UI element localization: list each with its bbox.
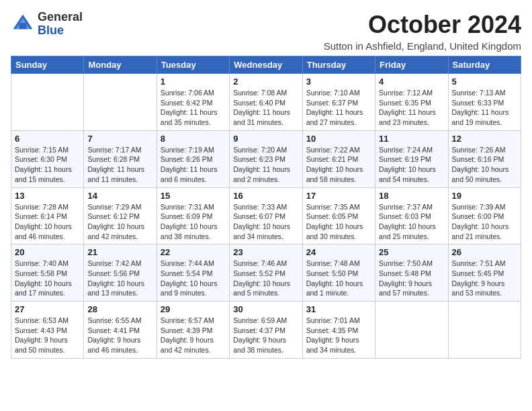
daylight-text: Daylight: 9 hours and 57 minutes. [379,279,432,298]
day-info: Sunrise: 7:44 AM Sunset: 5:54 PM Dayligh… [161,259,226,298]
daylight-text: Daylight: 10 hours and 17 minutes. [15,279,72,298]
sunset-text: Sunset: 6:40 PM [233,99,285,107]
daylight-text: Daylight: 11 hours and 27 minutes. [306,108,363,126]
sunset-text: Sunset: 6:12 PM [87,212,140,220]
sunrise-text: Sunrise: 7:39 AM [452,203,506,211]
calendar-header-row: SundayMondayTuesdayWednesdayThursdayFrid… [11,56,521,74]
sunset-text: Sunset: 6:05 PM [306,212,359,220]
calendar-cell: 21 Sunrise: 7:42 AM Sunset: 5:56 PM Dayl… [84,244,157,302]
sunrise-text: Sunrise: 7:19 AM [161,146,214,154]
sunrise-text: Sunrise: 7:31 AM [161,203,214,211]
day-info: Sunrise: 7:48 AM Sunset: 5:50 PM Dayligh… [306,259,371,298]
sunrise-text: Sunrise: 7:06 AM [161,89,214,97]
sunset-text: Sunset: 5:50 PM [306,269,359,277]
day-info: Sunrise: 7:35 AM Sunset: 6:05 PM Dayligh… [306,202,371,242]
calendar-cell: 20 Sunrise: 7:40 AM Sunset: 5:58 PM Dayl… [11,244,84,302]
calendar-cell: 6 Sunrise: 7:15 AM Sunset: 6:30 PM Dayli… [11,130,84,187]
daylight-text: Daylight: 10 hours and 5 minutes. [233,279,290,298]
sunrise-text: Sunrise: 6:57 AM [161,316,214,324]
daylight-text: Daylight: 10 hours and 1 minute. [306,279,363,298]
day-number: 22 [161,247,226,257]
day-info: Sunrise: 7:08 AM Sunset: 6:40 PM Dayligh… [233,88,298,128]
calendar-cell: 29 Sunrise: 6:57 AM Sunset: 4:39 PM Dayl… [157,302,229,359]
calendar-cell: 2 Sunrise: 7:08 AM Sunset: 6:40 PM Dayli… [230,74,302,131]
day-info: Sunrise: 7:01 AM Sunset: 4:35 PM Dayligh… [306,316,371,355]
day-number: 5 [452,77,517,87]
logo: General Blue [11,11,83,38]
day-number: 2 [233,77,298,87]
sunset-text: Sunset: 5:48 PM [379,269,431,277]
calendar-cell: 9 Sunrise: 7:20 AM Sunset: 6:23 PM Dayli… [230,130,302,187]
sunrise-text: Sunrise: 7:42 AM [87,259,141,267]
day-number: 18 [379,191,444,201]
sunrise-text: Sunrise: 7:35 AM [306,203,360,211]
daylight-text: Daylight: 10 hours and 42 minutes. [87,222,144,240]
calendar-cell: 5 Sunrise: 7:13 AM Sunset: 6:33 PM Dayli… [448,74,521,131]
sunrise-text: Sunrise: 7:10 AM [306,89,360,97]
day-info: Sunrise: 7:24 AM Sunset: 6:19 PM Dayligh… [379,145,444,185]
weekday-header-monday: Monday [84,56,157,74]
calendar-week-2: 6 Sunrise: 7:15 AM Sunset: 6:30 PM Dayli… [11,130,521,187]
day-info: Sunrise: 7:13 AM Sunset: 6:33 PM Dayligh… [452,88,517,128]
day-number: 10 [306,134,371,144]
calendar-cell: 16 Sunrise: 7:33 AM Sunset: 6:07 PM Dayl… [230,187,302,244]
sunrise-text: Sunrise: 7:40 AM [15,259,69,267]
daylight-text: Daylight: 10 hours and 21 minutes. [452,222,509,240]
day-number: 4 [379,77,444,87]
sunset-text: Sunset: 6:30 PM [15,155,67,163]
day-info: Sunrise: 7:10 AM Sunset: 6:37 PM Dayligh… [306,88,371,128]
sunset-text: Sunset: 6:35 PM [379,99,431,107]
day-number: 27 [15,304,80,314]
sunrise-text: Sunrise: 6:53 AM [15,316,69,324]
sunrise-text: Sunrise: 7:28 AM [15,203,69,211]
logo-general-text: General [38,11,83,24]
calendar-cell: 17 Sunrise: 7:35 AM Sunset: 6:05 PM Dayl… [302,187,375,244]
calendar-table: SundayMondayTuesdayWednesdayThursdayFrid… [11,56,521,359]
daylight-text: Daylight: 11 hours and 19 minutes. [452,108,509,126]
day-info: Sunrise: 6:55 AM Sunset: 4:41 PM Dayligh… [87,316,152,355]
sunrise-text: Sunrise: 7:22 AM [306,146,360,154]
day-info: Sunrise: 7:17 AM Sunset: 6:28 PM Dayligh… [87,145,152,185]
logo-text: General Blue [38,11,83,38]
daylight-text: Daylight: 10 hours and 50 minutes. [452,165,509,183]
day-info: Sunrise: 7:12 AM Sunset: 6:35 PM Dayligh… [379,88,444,128]
day-info: Sunrise: 6:59 AM Sunset: 4:37 PM Dayligh… [233,316,298,355]
day-info: Sunrise: 7:20 AM Sunset: 6:23 PM Dayligh… [233,145,298,185]
sunset-text: Sunset: 4:39 PM [161,326,213,334]
daylight-text: Daylight: 10 hours and 25 minutes. [379,222,436,240]
calendar-cell: 18 Sunrise: 7:37 AM Sunset: 6:03 PM Dayl… [375,187,448,244]
day-number: 21 [87,247,152,257]
day-info: Sunrise: 7:37 AM Sunset: 6:03 PM Dayligh… [379,202,444,242]
sunset-text: Sunset: 4:37 PM [233,326,285,334]
daylight-text: Daylight: 11 hours and 35 minutes. [161,108,218,126]
daylight-text: Daylight: 9 hours and 34 minutes. [306,336,359,354]
month-title: October 2024 [324,11,521,39]
day-number: 3 [306,77,371,87]
day-info: Sunrise: 7:28 AM Sunset: 6:14 PM Dayligh… [15,202,80,242]
day-info: Sunrise: 7:22 AM Sunset: 6:21 PM Dayligh… [306,145,371,185]
daylight-text: Daylight: 9 hours and 42 minutes. [161,336,214,354]
day-number: 9 [233,134,298,144]
sunrise-text: Sunrise: 7:44 AM [161,259,214,267]
day-number: 24 [306,247,371,257]
calendar-cell: 1 Sunrise: 7:06 AM Sunset: 6:42 PM Dayli… [157,74,229,131]
weekday-header-wednesday: Wednesday [230,56,302,74]
sunrise-text: Sunrise: 7:24 AM [379,146,433,154]
day-info: Sunrise: 7:19 AM Sunset: 6:26 PM Dayligh… [161,145,226,185]
calendar-cell: 4 Sunrise: 7:12 AM Sunset: 6:35 PM Dayli… [375,74,448,131]
day-number: 14 [87,191,152,201]
page-header: General Blue October 2024 Sutton in Ashf… [11,11,521,52]
day-info: Sunrise: 6:57 AM Sunset: 4:39 PM Dayligh… [161,316,226,355]
weekday-header-tuesday: Tuesday [157,56,229,74]
sunset-text: Sunset: 4:41 PM [87,326,140,334]
day-info: Sunrise: 7:29 AM Sunset: 6:12 PM Dayligh… [87,202,152,242]
calendar-cell: 3 Sunrise: 7:10 AM Sunset: 6:37 PM Dayli… [302,74,375,131]
day-number: 7 [87,134,152,144]
day-info: Sunrise: 7:33 AM Sunset: 6:07 PM Dayligh… [233,202,298,242]
day-info: Sunrise: 7:06 AM Sunset: 6:42 PM Dayligh… [161,88,226,128]
day-number: 30 [233,304,298,314]
calendar-cell: 19 Sunrise: 7:39 AM Sunset: 6:00 PM Dayl… [448,187,521,244]
sunrise-text: Sunrise: 7:50 AM [379,259,433,267]
day-info: Sunrise: 7:26 AM Sunset: 6:16 PM Dayligh… [452,145,517,185]
day-info: Sunrise: 7:50 AM Sunset: 5:48 PM Dayligh… [379,259,444,298]
